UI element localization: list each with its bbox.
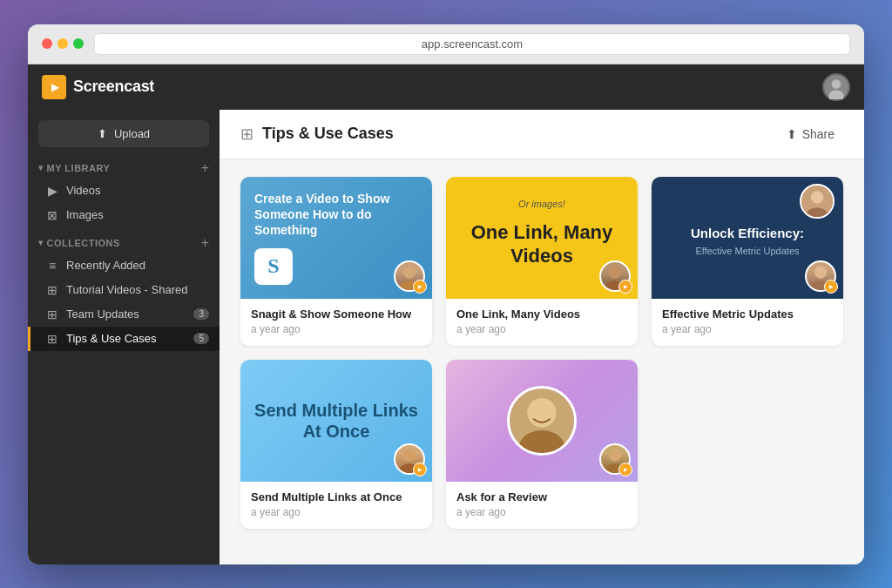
logo-icon [42, 75, 66, 99]
video-grid: Create a Video to Show Someone How to do… [220, 159, 864, 546]
video-date: a year ago [662, 323, 833, 335]
sidebar-item-tips-use-cases[interactable]: ⊞ Tips & Use Cases 5 [28, 327, 220, 351]
sidebar-item-label: Recently Added [66, 259, 209, 272]
screencast-badge [824, 280, 838, 294]
avatar[interactable] [822, 73, 850, 101]
avatar-wrapper [394, 260, 425, 292]
sidebar: ⬆ Upload ▾ MY LIBRARY + ▶ Videos [28, 110, 220, 564]
badge: 3 [193, 308, 209, 320]
collections-section: ▾ COLLECTIONS + ≡ Recently Added ⊞ Tutor… [28, 233, 220, 351]
sidebar-item-label: Team Updates [66, 308, 186, 321]
image-icon: ⊠ [45, 208, 59, 222]
page-title: Tips & Use Cases [262, 125, 394, 143]
thumbnail-small-text: Or images! [455, 199, 629, 209]
sidebar-item-label: Tutorial Videos - Shared [66, 283, 209, 296]
snagit-logo: S [254, 248, 293, 284]
video-thumbnail [446, 360, 638, 482]
address-bar[interactable]: app.screencast.com [94, 33, 850, 55]
my-library-section: ▾ MY LIBRARY + ▶ Videos ⊠ Images [28, 158, 220, 227]
video-card[interactable]: Create a Video to Show Someone How to do… [240, 177, 432, 346]
upload-label: Upload [114, 127, 150, 140]
video-thumbnail: Or images! One Link, Many Videos [446, 177, 638, 299]
avatar-wrapper [599, 260, 631, 292]
app-container: Screencast ⬆ Upload [28, 64, 864, 564]
badge: 5 [193, 333, 209, 344]
collection-icon: ≡ [45, 259, 59, 273]
close-button[interactable] [42, 38, 52, 49]
sidebar-item-videos[interactable]: ▶ Videos [28, 179, 220, 203]
video-info: One Link, Many Videos a year ago [446, 299, 638, 346]
minimize-button[interactable] [57, 38, 68, 49]
video-date: a year ago [251, 506, 422, 518]
video-title: Ask for a Review [456, 490, 627, 504]
avatar-wrapper [805, 260, 836, 292]
collection-icon: ⊞ [45, 283, 59, 297]
video-info: Effective Metric Updates a year ago [652, 299, 843, 346]
collections-header[interactable]: ▾ COLLECTIONS + [28, 233, 220, 253]
screencast-badge [413, 280, 427, 294]
svg-point-3 [403, 266, 416, 278]
video-title: Send Multiple Links at Once [251, 490, 422, 504]
sidebar-item-label: Videos [66, 184, 209, 197]
add-collection-button[interactable]: + [201, 236, 209, 250]
app-body: ⬆ Upload ▾ MY LIBRARY + ▶ Videos [28, 110, 864, 564]
video-icon: ▶ [45, 184, 59, 198]
avatar-wrapper [599, 443, 631, 475]
app-title: Screencast [73, 78, 154, 96]
main-title-area: ⊞ Tips & Use Cases [240, 125, 394, 144]
collections-title: ▾ COLLECTIONS [38, 238, 120, 248]
video-info: Ask for a Review a year ago [446, 482, 638, 529]
share-icon: ⬆ [787, 127, 797, 141]
screencast-badge [618, 280, 632, 294]
sidebar-item-tutorial-videos[interactable]: ⊞ Tutorial Videos - Shared ⋯ [28, 278, 220, 302]
svg-point-17 [609, 449, 621, 461]
upload-button[interactable]: ⬆ Upload [38, 120, 209, 147]
video-date: a year ago [251, 323, 422, 335]
person-photo [507, 386, 577, 456]
maximize-button[interactable] [73, 38, 84, 49]
collection-icon: ⊞ [45, 308, 59, 321]
video-card[interactable]: Or images! One Link, Many Videos [446, 177, 638, 346]
sidebar-item-recently-added[interactable]: ≡ Recently Added [28, 253, 220, 278]
chevron-down-icon: ▾ [38, 238, 44, 247]
video-card[interactable]: Unlock Efficiency: Effective Metric Upda… [652, 177, 843, 346]
svg-point-1 [832, 79, 841, 89]
add-library-button[interactable]: + [201, 161, 209, 175]
video-title: One Link, Many Videos [456, 308, 627, 321]
video-thumbnail: Unlock Efficiency: Effective Metric Upda… [652, 177, 843, 299]
sidebar-item-label: Tips & Use Cases [66, 332, 186, 345]
browser-chrome: app.screencast.com [28, 24, 864, 64]
video-thumbnail: Create a Video to Show Someone How to do… [240, 177, 432, 299]
browser-window: app.screencast.com Screencast ⬆ [28, 24, 864, 564]
thumbnail-text: Create a Video to Show Someone How to do… [254, 191, 418, 239]
video-card[interactable]: Ask for a Review a year ago [446, 360, 638, 529]
thumbnail-text: Unlock Efficiency: [691, 226, 804, 242]
sidebar-item-images[interactable]: ⊠ Images [28, 203, 220, 227]
my-library-header[interactable]: ▾ MY LIBRARY + [28, 158, 220, 179]
video-thumbnail: Send Multiple Links At Once [240, 360, 432, 482]
collection-icon: ⊞ [240, 125, 253, 144]
sidebar-item-label: Images [66, 208, 209, 221]
svg-point-8 [811, 191, 823, 203]
main-content: ⊞ Tips & Use Cases ⬆ Share Create a Vide… [220, 110, 864, 564]
traffic-lights [42, 38, 84, 49]
video-card[interactable]: Send Multiple Links At Once [240, 360, 432, 529]
person-photo [800, 184, 835, 219]
app-header: Screencast [28, 64, 864, 110]
video-info: Send Multiple Links at Once a year ago [240, 482, 432, 529]
sidebar-item-team-updates[interactable]: ⊞ Team Updates 3 [28, 302, 220, 327]
chevron-down-icon: ▾ [38, 163, 44, 172]
video-info: Snagit & Show Someone How a year ago [240, 299, 432, 346]
screencast-badge [618, 463, 632, 476]
logo-area: Screencast [42, 75, 154, 99]
svg-point-12 [403, 449, 416, 461]
collection-icon: ⊞ [45, 332, 59, 346]
share-button[interactable]: ⬆ Share [778, 122, 843, 146]
main-header: ⊞ Tips & Use Cases ⬆ Share [220, 110, 864, 159]
svg-point-5 [609, 266, 621, 278]
my-library-title: ▾ MY LIBRARY [38, 163, 110, 173]
video-date: a year ago [456, 323, 627, 335]
screencast-badge [413, 463, 427, 476]
share-label: Share [802, 127, 835, 141]
svg-point-10 [814, 266, 827, 278]
